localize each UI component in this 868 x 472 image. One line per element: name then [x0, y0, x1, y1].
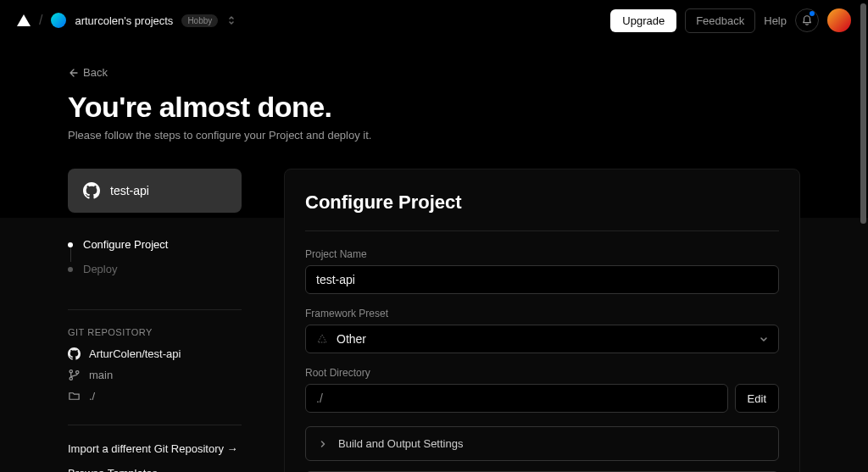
team-name[interactable]: arturcolen's projects [75, 14, 173, 27]
sidebar-divider [68, 309, 242, 310]
project-name-label: Project Name [305, 248, 779, 260]
svg-point-0 [70, 370, 72, 373]
browse-templates-label: Browse Templates → [68, 467, 172, 472]
git-section-label: GIT REPOSITORY [68, 327, 242, 337]
notification-dot-icon [810, 11, 815, 16]
arrow-left-icon [68, 68, 78, 78]
git-repo-name: ArturColen/test-api [89, 347, 181, 360]
import-different-repo-link[interactable]: Import a different Git Repository → [68, 442, 242, 455]
team-switcher-icon[interactable] [226, 14, 236, 26]
repo-card: test-api [68, 169, 242, 213]
browse-templates-link[interactable]: Browse Templates → [68, 467, 242, 472]
github-icon [68, 347, 81, 360]
page-title: You're almost done. [68, 91, 800, 124]
build-output-settings-label: Build and Output Settings [338, 437, 463, 450]
back-label: Back [83, 66, 108, 79]
git-root-path: ./ [89, 390, 95, 403]
framework-preset-select[interactable]: Other [305, 325, 779, 353]
folder-icon [68, 390, 81, 403]
chevron-right-icon [318, 439, 328, 449]
notifications-button[interactable] [795, 8, 819, 32]
git-branch-name: main [89, 369, 113, 381]
build-output-settings-accordion[interactable]: Build and Output Settings [305, 426, 779, 461]
import-different-label: Import a different Git Repository → [68, 442, 238, 455]
project-name-input[interactable] [305, 265, 779, 294]
repo-card-name: test-api [110, 184, 149, 197]
git-branch-row: main [68, 369, 242, 381]
framework-other-icon [316, 333, 328, 345]
framework-preset-label: Framework Preset [305, 308, 779, 319]
upgrade-button[interactable]: Upgrade [610, 9, 676, 32]
help-link[interactable]: Help [764, 14, 787, 27]
git-repo-row: ArturColen/test-api [68, 347, 242, 360]
site-header: / arturcolen's projects Hobby Upgrade Fe… [0, 0, 868, 41]
vercel-logo-icon[interactable] [17, 14, 31, 26]
git-root-row: ./ [68, 390, 242, 403]
team-avatar-icon[interactable] [51, 13, 66, 28]
back-link[interactable]: Back [68, 66, 800, 79]
svg-point-2 [76, 371, 79, 374]
bell-icon [801, 14, 813, 26]
feedback-button[interactable]: Feedback [685, 8, 755, 33]
step-configure: Configure Project [68, 238, 242, 263]
root-directory-input [305, 384, 728, 413]
user-avatar[interactable] [827, 8, 851, 32]
step-deploy: Deploy [68, 263, 242, 287]
root-directory-label: Root Directory [305, 367, 779, 379]
svg-point-1 [70, 377, 72, 380]
breadcrumb-slash: / [39, 13, 42, 28]
chevron-down-icon [759, 334, 769, 344]
framework-preset-value: Other [337, 332, 366, 346]
sidebar-divider-2 [68, 425, 242, 425]
step-deploy-label: Deploy [83, 263, 117, 275]
github-icon [83, 182, 100, 199]
scrollbar-thumb[interactable] [860, 3, 866, 224]
configure-card: Configure Project Project Name Framework… [284, 169, 800, 472]
branch-icon [68, 369, 81, 381]
page-subtitle: Please follow the steps to configure you… [68, 129, 800, 142]
step-configure-label: Configure Project [83, 238, 168, 251]
configure-title: Configure Project [305, 192, 779, 231]
plan-badge: Hobby [181, 14, 218, 27]
edit-root-directory-button[interactable]: Edit [735, 384, 779, 413]
